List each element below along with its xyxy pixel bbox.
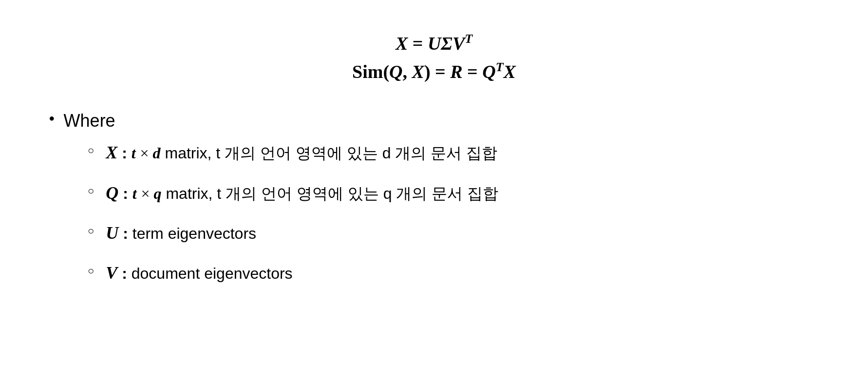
sub-bullet-circle: ○ xyxy=(88,140,94,158)
equation-line-2: Sim(Q, X) = R = QTX xyxy=(29,58,839,86)
bullet-section: • Where ○ X : t × d matrix, t 개의 언어 영역에 … xyxy=(49,109,839,285)
where-label: Where xyxy=(64,109,115,133)
sub-bullet-circle: ○ xyxy=(88,221,94,239)
sub-item-q: Q : t × q matrix, t 개의 언어 영역에 있는 q 개의 문서… xyxy=(106,181,498,205)
list-item: ○ Q : t × q matrix, t 개의 언어 영역에 있는 q 개의 … xyxy=(88,181,839,205)
sub-bullets: ○ X : t × d matrix, t 개의 언어 영역에 있는 d 개의 … xyxy=(88,140,839,286)
sub-item-x: X : t × d matrix, t 개의 언어 영역에 있는 d 개의 문서… xyxy=(106,140,497,165)
list-item: ○ U : term eigenvectors xyxy=(88,221,839,245)
where-bullet-item: • Where xyxy=(49,109,839,133)
equation-line-1: X = UΣVT xyxy=(29,29,839,58)
sub-item-v: V : document eigenvectors xyxy=(106,261,292,285)
sub-item-u: U : term eigenvectors xyxy=(106,221,256,245)
sub-bullet-circle: ○ xyxy=(88,181,94,199)
bullet-dot: • xyxy=(49,109,55,130)
list-item: ○ V : document eigenvectors xyxy=(88,261,839,285)
sub-bullet-circle: ○ xyxy=(88,261,94,279)
equations-block: X = UΣVT Sim(Q, X) = R = QTX xyxy=(29,29,839,85)
list-item: ○ X : t × d matrix, t 개의 언어 영역에 있는 d 개의 … xyxy=(88,140,839,165)
